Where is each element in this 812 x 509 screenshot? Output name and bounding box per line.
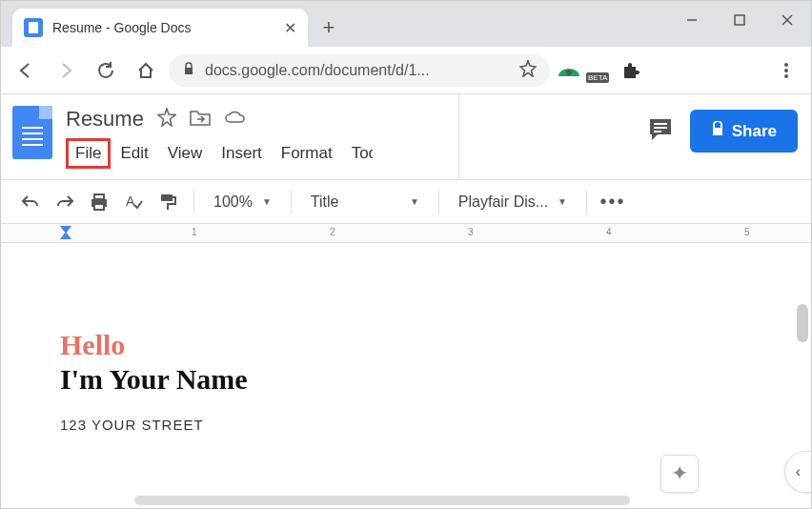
new-tab-button[interactable]: + <box>314 12 344 43</box>
zoom-value: 100% <box>213 193 253 211</box>
horizontal-ruler[interactable]: 1 2 3 4 5 <box>1 224 811 243</box>
header-divider <box>458 94 459 180</box>
svg-rect-1 <box>735 15 744 25</box>
back-button[interactable] <box>9 53 43 88</box>
horizontal-scrollbar[interactable] <box>134 496 630 505</box>
menu-tools[interactable]: Tools <box>342 138 373 169</box>
menu-view[interactable]: View <box>158 138 213 169</box>
print-button[interactable] <box>85 188 113 216</box>
svg-rect-17 <box>161 194 173 201</box>
svg-rect-15 <box>94 204 104 210</box>
docs-toolbar: A 100% ▼ Title ▼ Playfair Dis... ▼ ••• <box>1 180 811 224</box>
tab-title: Resume - Google Docs <box>52 20 274 35</box>
docs-logo-icon[interactable] <box>12 106 52 159</box>
paint-format-button[interactable] <box>153 188 182 216</box>
svg-point-7 <box>784 69 788 72</box>
comment-history-button[interactable] <box>648 117 673 146</box>
doc-name-text[interactable]: I'm Your Name <box>60 363 811 396</box>
address-bar[interactable]: docs.google.com/document/d/1... <box>169 54 550 87</box>
url-text: docs.google.com/document/d/1... <box>205 62 510 79</box>
window-close-button[interactable] <box>763 1 811 39</box>
share-button-label: Share <box>732 122 777 141</box>
svg-rect-12 <box>713 128 722 135</box>
svg-text:A: A <box>126 193 135 209</box>
ruler-mark: 3 <box>468 227 474 237</box>
svg-rect-4 <box>185 68 193 74</box>
toolbar-more-button[interactable]: ••• <box>599 188 627 216</box>
lock-icon <box>182 62 195 79</box>
docs-header: Resume File Edit View Insert Format Tool… <box>1 94 811 180</box>
browser-tab[interactable]: Resume - Google Docs ✕ <box>12 9 308 47</box>
font-dropdown[interactable]: Playfair Dis... ▼ <box>451 193 575 211</box>
vertical-scrollbar-thumb[interactable] <box>797 304 808 342</box>
reload-button[interactable] <box>89 53 123 88</box>
home-button[interactable] <box>129 53 163 88</box>
browser-toolbar: docs.google.com/document/d/1... BETA <box>1 47 811 94</box>
left-indent-marker[interactable] <box>60 232 71 239</box>
svg-point-5 <box>566 70 572 75</box>
menu-format[interactable]: Format <box>272 138 342 169</box>
redo-button[interactable] <box>51 188 79 216</box>
ruler-mark: 5 <box>744 227 750 237</box>
explore-button[interactable]: ✦ <box>660 455 699 493</box>
share-button[interactable]: Share <box>690 110 798 153</box>
paragraph-style-dropdown[interactable]: Title ▼ <box>303 193 427 211</box>
chevron-down-icon: ▼ <box>410 196 419 207</box>
star-document-icon[interactable] <box>157 108 176 132</box>
docs-favicon <box>24 18 43 37</box>
zoom-dropdown[interactable]: 100% ▼ <box>206 193 279 211</box>
svg-point-8 <box>784 74 788 78</box>
doc-address-text[interactable]: 123 YOUR STREET <box>60 417 811 433</box>
forward-button[interactable] <box>49 53 83 88</box>
menu-edit[interactable]: Edit <box>111 138 157 169</box>
beta-badge: BETA <box>586 72 609 83</box>
ruler-mark: 4 <box>606 227 612 237</box>
chevron-down-icon: ▼ <box>558 196 567 207</box>
svg-point-6 <box>784 63 788 67</box>
doc-greeting-text[interactable]: Hello <box>60 329 811 361</box>
chevron-down-icon: ▼ <box>262 196 272 207</box>
menu-file[interactable]: File <box>66 138 111 169</box>
svg-rect-13 <box>94 194 104 199</box>
style-value: Title <box>311 193 339 211</box>
extensions-puzzle-icon[interactable] <box>617 57 643 84</box>
document-title[interactable]: Resume <box>66 107 144 132</box>
tab-close-button[interactable]: ✕ <box>284 19 296 37</box>
browser-menu-button[interactable] <box>769 53 803 88</box>
ruler-mark: 2 <box>330 227 335 237</box>
move-folder-icon[interactable] <box>190 109 211 131</box>
ruler-mark: 1 <box>192 227 197 237</box>
bookmark-star-icon[interactable] <box>519 60 537 81</box>
window-minimize-button[interactable] <box>668 1 716 39</box>
window-maximize-button[interactable] <box>716 1 763 39</box>
cloud-status-icon[interactable] <box>224 110 247 130</box>
undo-button[interactable] <box>16 188 45 216</box>
menu-insert[interactable]: Insert <box>212 138 272 169</box>
font-value: Playfair Dis... <box>458 193 548 211</box>
extension-beta-icon[interactable] <box>556 57 582 84</box>
lock-icon <box>711 121 724 141</box>
spellcheck-button[interactable]: A <box>119 188 148 216</box>
